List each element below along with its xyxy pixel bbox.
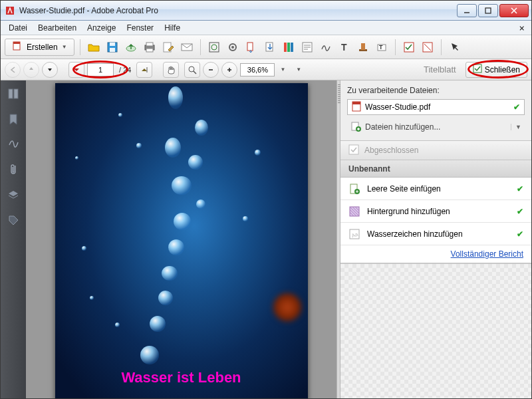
svg-rect-21 (284, 43, 287, 52)
form-button[interactable] (299, 39, 315, 55)
page-up-button[interactable] (136, 62, 152, 78)
check-icon: ✔ (517, 207, 523, 216)
select-tool-button[interactable] (447, 39, 463, 55)
prev-page-button[interactable] (23, 62, 39, 78)
close-panel-button[interactable]: Schließen (466, 62, 527, 78)
insert-page-icon (348, 183, 360, 195)
svg-rect-7 (110, 43, 115, 46)
vertical-splitter[interactable] (336, 80, 340, 398)
left-rail (1, 80, 26, 398)
check-icon: ✔ (517, 184, 523, 194)
page-total-label: / 24 (116, 66, 134, 74)
add-files-dropdown[interactable]: ▼ (511, 124, 521, 130)
action-label: Leere Seite einfügen (367, 184, 441, 194)
save-button[interactable] (104, 39, 120, 55)
svg-rect-12 (146, 49, 153, 52)
signatures-panel-button[interactable] (7, 138, 20, 151)
edit-pdf-button[interactable] (160, 39, 176, 55)
measure-button[interactable] (420, 39, 436, 55)
tags-panel-button[interactable] (7, 213, 20, 227)
zoom-in-button[interactable] (221, 62, 237, 78)
checklist-button[interactable] (401, 39, 417, 55)
panel-empty-area (340, 263, 531, 398)
app-body: Wasser ist Leben Zu verarbeitende Dateie… (1, 80, 531, 398)
action-add-watermark[interactable]: Aa Wasserzeichen hinzufügen ✔ (340, 223, 531, 245)
menu-bar: Datei Bearbeiten Anzeige Fenster Hilfe × (1, 21, 531, 35)
settings-icon[interactable] (225, 39, 241, 55)
close-window-button[interactable] (499, 4, 529, 17)
menu-window[interactable]: Fenster (121, 22, 159, 34)
next-page-button[interactable] (42, 62, 58, 78)
toolbar-more-button[interactable]: ▼ (293, 66, 304, 72)
watermark-icon: Aa (348, 228, 360, 240)
source-file-row[interactable]: Wasser-Studie.pdf ✔ (347, 99, 525, 115)
create-button[interactable]: Erstellen ▼ (5, 39, 74, 56)
window-title: Wasser-Studie.pdf - Adobe Acrobat Pro (19, 6, 457, 15)
text-tool-button[interactable]: T (336, 39, 352, 55)
maximize-button[interactable] (478, 4, 498, 17)
add-file-icon (350, 121, 361, 134)
minimize-button[interactable] (457, 4, 477, 17)
files-header: Zu verarbeitende Dateien: (340, 80, 531, 99)
menu-view[interactable]: Anzeige (82, 22, 121, 34)
document-viewport[interactable]: Wasser ist Leben (26, 80, 336, 398)
check-icon: ✔ (513, 102, 520, 112)
email-button[interactable] (179, 39, 195, 55)
action-insert-blank-page[interactable]: Leere Seite einfügen ✔ (340, 178, 531, 200)
svg-rect-19 (247, 43, 253, 51)
svg-point-36 (189, 66, 194, 72)
background-icon (348, 205, 360, 217)
open-button[interactable] (86, 39, 102, 55)
zoom-out-button[interactable] (203, 62, 219, 78)
page-down-button[interactable] (68, 62, 84, 78)
marquee-zoom-button[interactable] (184, 62, 200, 78)
menu-help[interactable]: Hilfe (159, 22, 186, 34)
document-watermark: Wasser ist Leben (55, 369, 308, 386)
full-report-link[interactable]: Vollständiger Bericht (340, 245, 531, 263)
check-icon: ✔ (517, 229, 523, 239)
window-controls (457, 4, 529, 17)
sign-button[interactable] (318, 39, 334, 55)
acrobat-icon (5, 5, 15, 16)
menu-file[interactable]: Datei (3, 22, 33, 34)
stamp-button[interactable] (355, 39, 371, 55)
page-input[interactable] (87, 63, 114, 76)
svg-rect-30 (361, 43, 365, 50)
arrow-tool-button[interactable] (262, 39, 278, 55)
zoom-input[interactable] (240, 63, 275, 76)
svg-rect-45 (352, 102, 360, 104)
add-files-button[interactable]: Dateien hinzufügen... ▼ (347, 119, 525, 135)
svg-rect-11 (146, 43, 153, 46)
svg-rect-43 (14, 89, 18, 98)
create-label: Erstellen (27, 43, 58, 52)
extract-button[interactable] (243, 39, 259, 55)
first-page-button[interactable] (5, 62, 21, 78)
svg-rect-15 (209, 43, 219, 52)
close-panel-label: Schließen (485, 65, 520, 74)
layers-panel-button[interactable] (7, 188, 20, 201)
close-document-button[interactable]: × (515, 23, 529, 33)
bookmark-panel-button[interactable] (7, 112, 20, 126)
caret-down-icon: ▼ (62, 44, 67, 50)
zoom-dropdown-button[interactable]: ▼ (277, 66, 288, 72)
highlight-button[interactable]: T (374, 39, 390, 55)
svg-point-16 (211, 45, 217, 50)
menu-edit[interactable]: Bearbeiten (33, 22, 82, 34)
hand-tool-button[interactable] (163, 62, 179, 78)
source-file-name: Wasser-Studie.pdf (365, 102, 509, 112)
cloud-button[interactable] (123, 39, 139, 55)
attachments-panel-button[interactable] (7, 163, 20, 176)
status-label: Abgeschlossen (364, 146, 418, 155)
svg-point-18 (231, 46, 234, 49)
svg-rect-50 (349, 145, 358, 154)
action-section-header: Unbenannt (340, 160, 531, 178)
print-button[interactable] (142, 39, 158, 55)
action-label: Hintergrund hinzufügen (367, 207, 450, 216)
svg-rect-8 (110, 48, 115, 52)
thumbnails-panel-button[interactable] (7, 87, 20, 100)
actions-panel: Zu verarbeitende Dateien: Wasser-Studie.… (340, 80, 531, 398)
color-button[interactable] (281, 39, 297, 55)
pdf-icon (352, 101, 361, 114)
scan-button[interactable] (206, 39, 222, 55)
action-add-background[interactable]: Hintergrund hinzufügen ✔ (340, 200, 531, 223)
